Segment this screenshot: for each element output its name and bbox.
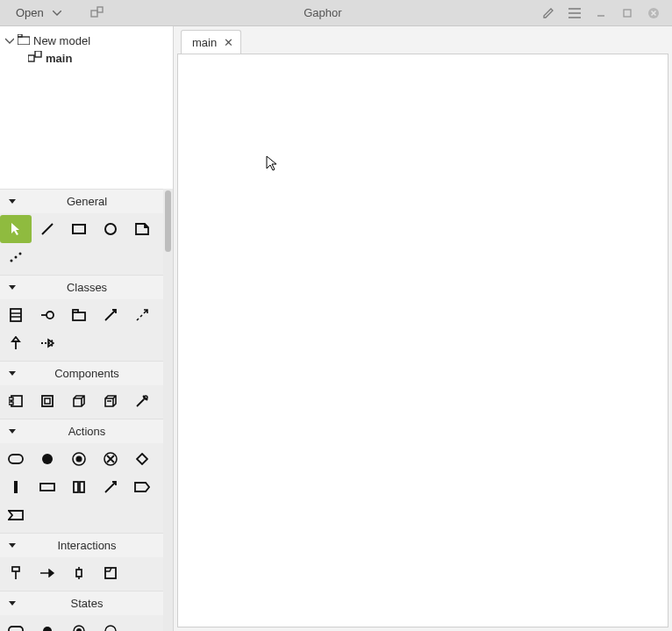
svg-point-12 [19,253,22,255]
partition-tool[interactable] [63,473,95,501]
toolbox-interactions-tools [0,557,163,591]
svg-rect-28 [14,481,18,493]
svg-rect-35 [9,627,23,631]
svg-rect-4 [18,37,30,45]
maximize-button[interactable] [614,3,640,24]
tree-child-label: main [46,52,72,65]
svg-point-14 [46,312,54,319]
svg-rect-1 [97,7,103,12]
connector-tool[interactable] [126,387,158,415]
chevron-down-icon [7,601,18,606]
svg-rect-16 [73,310,78,312]
action-tool[interactable] [0,445,32,473]
implementation-tool[interactable] [32,329,63,357]
component-tool[interactable] [0,387,32,415]
open-button[interactable]: Open [9,4,68,22]
svg-point-10 [11,260,13,262]
edit-button[interactable] [535,3,561,24]
cursor-icon [266,155,278,175]
svg-point-26 [76,456,82,462]
new-diagram-button[interactable] [84,3,111,24]
ellipse-tool[interactable] [95,215,126,243]
dependency-tool[interactable] [126,301,158,329]
initial-node-tool[interactable] [32,445,63,473]
toolbox-section-components[interactable]: Components [0,361,163,385]
line-tool[interactable] [32,215,63,243]
svg-rect-19 [9,402,13,405]
tree-child-row[interactable]: main [5,49,168,67]
minimize-button[interactable] [588,3,614,24]
svg-point-9 [105,224,116,234]
close-icon[interactable]: ✕ [224,36,233,49]
node-tool[interactable] [63,387,95,415]
interface-tool[interactable] [32,301,63,329]
fork-node-tool[interactable] [0,473,32,501]
toolbox: General [0,189,173,631]
close-window-button[interactable] [640,3,667,24]
comment-line-tool[interactable] [0,243,32,271]
svg-rect-5 [18,34,22,37]
association-tool[interactable] [95,301,126,329]
toolbox-section-general[interactable]: General [0,189,163,213]
toolbox-section-actions[interactable]: Actions [0,419,163,443]
open-button-label: Open [16,6,44,19]
expand-icon[interactable] [5,34,14,47]
chevron-down-icon [7,429,18,434]
interaction-tool[interactable] [95,559,126,587]
initial-pseudostate-tool[interactable] [32,617,63,631]
tab-main[interactable]: main ✕ [181,30,241,54]
svg-rect-18 [9,398,13,400]
message-tool[interactable] [32,559,63,587]
toolbox-actions-tools [0,443,163,533]
tree-root-row[interactable]: New model [5,32,168,49]
flow-final-tool[interactable] [95,445,126,473]
toolbox-section-classes[interactable]: Classes [0,275,163,299]
history-pseudostate-tool[interactable] [95,617,126,631]
state-tool[interactable] [0,617,32,631]
comment-tool[interactable] [126,215,158,243]
section-label: Components [18,367,156,380]
chevron-down-icon [7,199,18,204]
section-label: Interactions [18,539,156,552]
lifeline-tool[interactable] [0,559,32,587]
decision-node-tool[interactable] [126,445,158,473]
tab-bar: main ✕ [174,26,672,54]
svg-rect-6 [28,55,34,61]
final-node-tool[interactable] [63,445,95,473]
section-label: States [18,597,156,610]
svg-rect-20 [42,396,53,406]
box-tool[interactable] [63,215,95,243]
toolbox-classes-tools [0,299,163,361]
svg-point-24 [42,454,53,464]
accept-event-tool[interactable] [0,501,32,529]
header-bar: Open Gaphor [0,0,672,26]
device-tool[interactable] [95,387,126,415]
svg-rect-23 [9,455,23,463]
pointer-tool[interactable] [0,215,32,243]
artifact-tool[interactable] [32,387,63,415]
svg-rect-13 [11,309,21,321]
toolbox-section-states[interactable]: States [0,591,163,615]
execution-spec-tool[interactable] [63,559,95,587]
svg-rect-2 [624,10,631,17]
package-tool[interactable] [63,301,95,329]
final-state-tool[interactable] [63,617,95,631]
class-tool[interactable] [0,301,32,329]
generalization-tool[interactable] [0,329,32,357]
chevron-down-icon [53,11,61,16]
flow-tool[interactable] [95,473,126,501]
svg-rect-21 [45,398,50,404]
svg-rect-7 [35,51,41,57]
hamburger-menu-button[interactable] [561,3,588,24]
toolbox-components-tools [0,385,163,419]
package-icon [18,34,30,47]
svg-rect-15 [73,312,85,320]
send-signal-tool[interactable] [126,473,158,501]
scrollbar-thumb[interactable] [165,190,171,252]
svg-rect-32 [12,567,19,571]
toolbox-scrollbar[interactable] [163,189,173,631]
object-node-tool[interactable] [32,473,63,501]
svg-point-36 [43,627,52,631]
toolbox-section-interactions[interactable]: Interactions [0,533,163,557]
diagram-canvas[interactable] [177,54,668,627]
